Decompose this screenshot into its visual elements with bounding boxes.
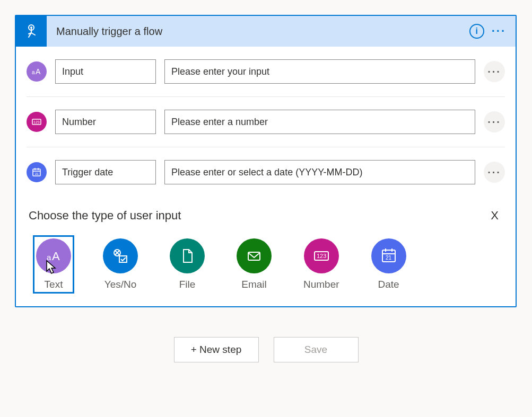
input-name-field[interactable]: Number [55, 110, 156, 134]
type-label: File [179, 279, 196, 290]
header-actions: i ··· [469, 24, 516, 39]
number-icon: 123 [304, 238, 339, 273]
row-menu-button[interactable]: ··· [484, 61, 505, 82]
info-icon[interactable]: i [469, 24, 484, 39]
yesno-icon [103, 238, 138, 273]
input-row-date: 21 Trigger date Please enter or select a… [27, 147, 505, 197]
type-option-email[interactable]: Email [233, 235, 275, 294]
svg-text:21: 21 [386, 255, 392, 261]
email-icon [237, 238, 272, 273]
row-menu-button[interactable]: ··· [484, 111, 505, 132]
text-icon: aA [36, 238, 71, 273]
svg-point-1 [30, 26, 32, 29]
row-menu-button[interactable]: ··· [484, 162, 505, 183]
card-title: Manually trigger a flow [47, 25, 469, 38]
svg-text:A: A [52, 250, 60, 263]
trigger-card: Manually trigger a flow i ··· aA Input P… [15, 15, 517, 307]
svg-rect-17 [248, 252, 260, 260]
trigger-icon [16, 16, 47, 47]
svg-rect-16 [119, 256, 127, 262]
input-row-text: aA Input Please enter your input ··· [27, 47, 505, 97]
input-rows: aA Input Please enter your input ··· 123… [16, 47, 516, 197]
type-label: Yes/No [104, 279, 137, 290]
text-type-icon: aA [27, 61, 47, 82]
type-option-date[interactable]: 21 Date [368, 235, 409, 294]
type-option-number[interactable]: 123 Number [300, 235, 343, 294]
date-icon: 21 [371, 238, 406, 273]
type-label: Date [378, 279, 399, 290]
input-placeholder-field[interactable]: Please enter your input [164, 59, 475, 84]
input-name-field[interactable]: Trigger date [55, 160, 156, 184]
type-option-yesno[interactable]: Yes/No [100, 235, 141, 294]
svg-text:a: a [47, 253, 51, 262]
svg-text:21: 21 [35, 172, 39, 175]
type-option-file[interactable]: File [167, 235, 208, 294]
input-type-chooser: Choose the type of user input X aA Text [16, 197, 516, 306]
input-placeholder-field[interactable]: Please enter a number [164, 110, 475, 134]
number-type-icon: 123 [27, 112, 47, 132]
close-icon[interactable]: X [486, 207, 503, 225]
type-option-text[interactable]: aA Text [33, 235, 74, 294]
save-button[interactable]: Save [274, 337, 359, 362]
type-label: Text [45, 279, 63, 290]
chooser-title: Choose the type of user input [29, 209, 181, 223]
card-header: Manually trigger a flow i ··· [16, 16, 516, 47]
type-option-grid: aA Text Yes/No [29, 235, 503, 294]
input-name-field[interactable]: Input [55, 59, 156, 84]
footer-actions: + New step Save [15, 337, 517, 362]
svg-text:123: 123 [33, 120, 40, 124]
file-icon [170, 238, 205, 273]
input-placeholder-field[interactable]: Please enter or select a date (YYYY-MM-D… [164, 160, 475, 184]
input-row-number: 123 Number Please enter a number ··· [27, 97, 505, 147]
svg-text:a: a [32, 69, 35, 75]
svg-text:123: 123 [317, 253, 326, 259]
svg-text:A: A [36, 67, 41, 76]
date-type-icon: 21 [27, 162, 47, 182]
chooser-header: Choose the type of user input X [29, 207, 503, 225]
type-label: Email [241, 279, 267, 290]
type-label: Number [303, 279, 339, 290]
new-step-button[interactable]: + New step [174, 337, 259, 362]
card-menu-button[interactable]: ··· [492, 24, 506, 38]
